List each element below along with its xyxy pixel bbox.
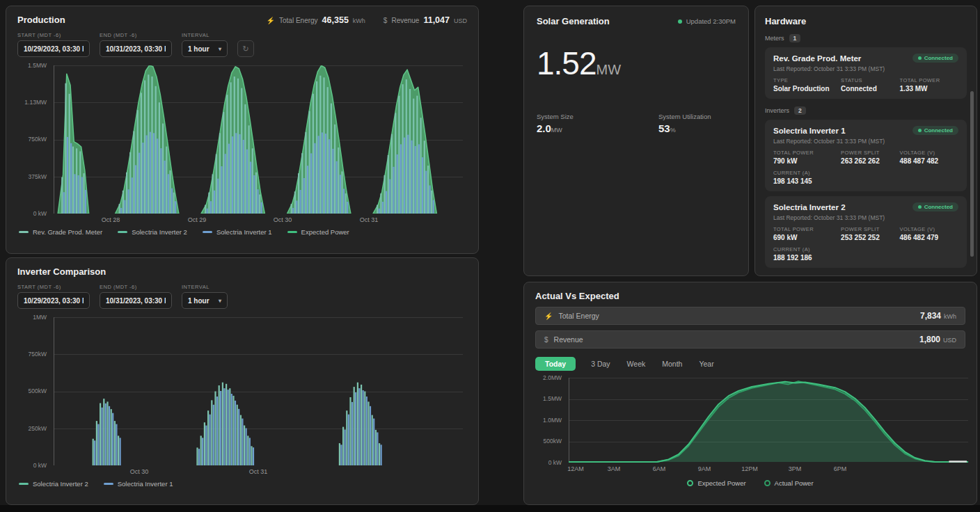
start-date-input[interactable] [17,40,90,57]
interval-select[interactable]: 1 hour ▾ [182,40,228,57]
status-dot-icon [918,129,922,132]
current-generation-value: 1.52 [537,45,596,81]
production-panel: Production ⚡ Total Energy 46,355 kWh $ R… [6,6,479,254]
meter-field-total-power: TOTAL POWER 1.33 MW [900,77,958,93]
production-chart: 1.5MW 1.13MW 750kW 375kW 0 kW Oct 28 Oct… [17,65,467,225]
inverter-field-voltage: VOLTAGE (V) 486 482 479 [900,226,958,241]
inverter-name: Solectria Inverter 2 [773,203,846,211]
inverter-field-total-power: TOTAL POWER 790 kW [773,150,841,165]
stat-unit: USD [454,17,467,24]
chevron-down-icon: ▾ [219,298,221,304]
stat-label: Total Energy [279,17,318,24]
x-axis-label: 12AM [567,465,584,472]
inverter-card-2[interactable]: Solectria Inverter 2 Connected Last Repo… [765,196,967,268]
legend-item-expected[interactable]: Expected Power [287,228,349,236]
current-generation: 1.52MW [537,45,736,82]
x-axis-label: 6PM [834,465,847,472]
legend-item-inverter-2[interactable]: Solectria Inverter 2 [19,480,88,488]
system-size-stat: System Size 2.0MW [537,113,658,134]
y-axis-label: 0 kW [33,462,47,469]
y-axis-label: 375kW [29,173,47,180]
solar-generation-title: Solar Generation [537,16,610,26]
end-date-input[interactable] [100,292,172,309]
window-bottom-edge [0,505,980,512]
last-reported: Last Reported: October 31 3:33 PM (MST) [773,138,958,145]
inverter-field-current: CURRENT (A) 188 192 186 [773,246,841,262]
interval-label: INTERVAL [182,284,228,290]
legend-item-inverter-1[interactable]: Solectria Inverter 1 [203,228,272,236]
dollar-icon: $ [384,17,388,24]
legend-item-inverter-2[interactable]: Solectria Inverter 2 [118,228,187,236]
meters-section-label: Meters [765,35,784,42]
total-energy-stat: ⚡ Total Energy 46,355 kWh [267,15,365,25]
y-axis-label: 2.0MW [543,374,562,381]
interval-label: INTERVAL [182,32,228,38]
legend-item-meter[interactable]: Rev. Grade Prod. Meter [19,228,102,236]
scrollbar-thumb[interactable] [970,91,974,257]
y-axis-label: 1.5MW [543,395,562,402]
area-chart-legend: Expected Power Actual Power [535,479,965,487]
connected-badge: Connected [912,202,958,211]
tab-year[interactable]: Year [697,357,715,371]
legend-item-inverter-1[interactable]: Solectria Inverter 1 [104,480,173,488]
meter-name: Rev. Grade Prod. Meter [773,54,861,63]
start-date-label: START (MDT -6) [17,32,90,38]
stat-label: Revenue [391,17,419,24]
lightning-icon: ⚡ [267,17,275,24]
revenue-stat: $ Revenue 11,047 USD [384,15,467,25]
end-date-label: END (MDT -6) [100,32,172,38]
range-tabs: Today 3 Day Week Month Year [535,357,965,371]
legend-ring-icon [764,480,770,486]
x-axis-label: Oct 30 [274,216,292,223]
x-axis-label: 3PM [789,465,802,472]
actual-vs-expected-panel: Actual Vs Expected ⚡ Total Energy 7,834 … [523,282,977,505]
production-title: Production [17,15,65,25]
x-axis-label: Oct 29 [188,216,207,223]
inverter-field-power-split: POWER SPLIT 263 262 262 [841,150,899,165]
revenue-row: $ Revenue 1,800 USD [535,330,965,349]
y-axis-label: 250kW [29,425,47,432]
refresh-icon: ↻ [242,45,248,54]
inverter-comparison-panel: Inverter Comparison START (MDT -6) END (… [6,257,479,505]
inverter-card-1[interactable]: Solectria Inverter 1 Connected Last Repo… [765,120,967,191]
actual-vs-expected-chart: 2.0MW 1.5MW 1.0MW 500kW 0 kW 12AM 3AM 6A… [535,378,965,474]
refresh-button[interactable]: ↻ [237,40,254,57]
tab-3-day[interactable]: 3 Day [590,357,611,371]
x-axis-label: Oct 30 [130,468,149,475]
hardware-title: Hardware [765,16,967,26]
inverter-name: Solectria Inverter 1 [773,127,846,135]
tab-today[interactable]: Today [535,357,576,371]
total-energy-row: ⚡ Total Energy 7,834 kWh [535,307,965,325]
interval-select[interactable]: 1 hour ▾ [182,292,228,309]
status-dot-icon [678,19,682,24]
meter-card[interactable]: Rev. Grade Prod. Meter Connected Last Re… [765,47,967,99]
x-axis-label: 9AM [698,465,711,472]
legend-item-expected-power[interactable]: Expected Power [687,479,745,487]
system-utilization-stat: System Utilization 53% [658,113,736,134]
actual-vs-expected-plot [569,378,968,463]
last-reported: Last Reported: October 31 3:33 PM (MST) [773,214,958,221]
solar-dashboard: Production ⚡ Total Energy 46,355 kWh $ R… [0,0,980,512]
dollar-icon: $ [544,336,548,344]
y-axis-label: 500kW [544,438,562,445]
y-axis-label: 1.13MW [24,99,47,106]
tab-week[interactable]: Week [626,357,647,371]
inverter-field-current: CURRENT (A) 198 143 145 [773,170,841,185]
end-date-input[interactable] [100,40,172,57]
legend-dash [287,231,297,233]
lightning-icon: ⚡ [544,312,553,320]
start-date-input[interactable] [17,292,90,309]
stat-value: 11,047 [423,15,450,25]
y-axis-label: 1MW [33,314,47,321]
tab-month[interactable]: Month [661,357,683,371]
inverter-field-voltage: VOLTAGE (V) 488 487 482 [900,150,958,165]
production-plot [54,65,463,214]
x-axis-label: Oct 31 [360,216,379,223]
meter-field-status: STATUS Connected [841,77,899,93]
y-axis-label: 1.0MW [543,417,562,424]
x-axis-label: 6AM [653,465,666,472]
inverters-count-badge: 2 [794,106,806,115]
connected-badge: Connected [912,54,958,63]
legend-item-actual-power[interactable]: Actual Power [764,479,814,487]
legend-dash [19,483,29,485]
